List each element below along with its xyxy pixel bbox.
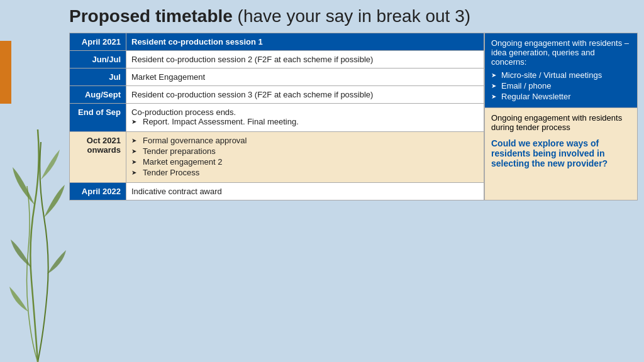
date-cell: April 2022	[70, 183, 126, 200]
table-row: Aug/Sept Resident co-production session …	[70, 86, 484, 104]
list-item: Micro-site / Virtual meetings	[491, 70, 631, 80]
right-top-text: Ongoing engagement with residents – idea…	[491, 38, 629, 67]
table-row: April 2021 Resident co-production sessio…	[70, 33, 484, 51]
date-cell: Oct 2021onwards	[70, 132, 126, 183]
content-area: Proposed timetable (have your say in bre…	[69, 6, 638, 356]
desc-cell: Co-production process ends. Report. Impa…	[126, 104, 484, 132]
page-title: Proposed timetable (have your say in bre…	[69, 6, 638, 26]
right-bottom-text: Ongoing engagement with residents during…	[491, 113, 622, 132]
table-row: End of Sep Co-production process ends. R…	[70, 104, 484, 132]
list-item: Tender Process	[131, 168, 479, 177]
date-cell: End of Sep	[70, 104, 126, 132]
right-bottom-panel: Ongoing engagement with residents during…	[484, 108, 638, 200]
table-row: April 2022 Indicative contract award	[70, 183, 484, 200]
timetable: April 2021 Resident co-production sessio…	[69, 33, 484, 200]
desc-cell: Market Engagement	[126, 69, 484, 86]
date-cell: April 2021	[70, 33, 126, 51]
list-item: Email / phone	[491, 81, 631, 90]
desc-cell: Formal governance approval Tender prepar…	[126, 132, 484, 183]
date-cell: Aug/Sept	[70, 86, 126, 104]
desc-cell: Indicative contract award	[126, 183, 484, 200]
list-item: Regular Newsletter	[491, 92, 631, 101]
right-panel: Ongoing engagement with residents – idea…	[484, 33, 638, 200]
main-layout: April 2021 Resident co-production sessio…	[69, 33, 638, 200]
right-top-panel: Ongoing engagement with residents – idea…	[484, 33, 638, 108]
desc-cell: Resident co-production session 1	[126, 33, 484, 51]
list-item: Formal governance approval	[131, 136, 479, 145]
date-cell: Jul	[70, 69, 126, 86]
desc-cell: Resident co-production session 2 (F2F at…	[126, 51, 484, 69]
table-row: Jul Market Engagement	[70, 69, 484, 86]
right-top-list: Micro-site / Virtual meetings Email / ph…	[491, 70, 631, 101]
list-item: Tender preparations	[131, 146, 479, 156]
table-row: Jun/Jul Resident co-production session 2…	[70, 51, 484, 69]
list-item: Report. Impact Assessment. Final meeting…	[131, 117, 479, 126]
highlight-text: Could we explore ways of residents being…	[491, 138, 631, 168]
date-cell: Jun/Jul	[70, 51, 126, 69]
desc-cell: Resident co-production session 3 (F2F at…	[126, 86, 484, 104]
list-item: Market engagement 2	[131, 157, 479, 167]
plant-decoration	[9, 79, 66, 362]
table-row: Oct 2021onwards Formal governance approv…	[70, 132, 484, 183]
